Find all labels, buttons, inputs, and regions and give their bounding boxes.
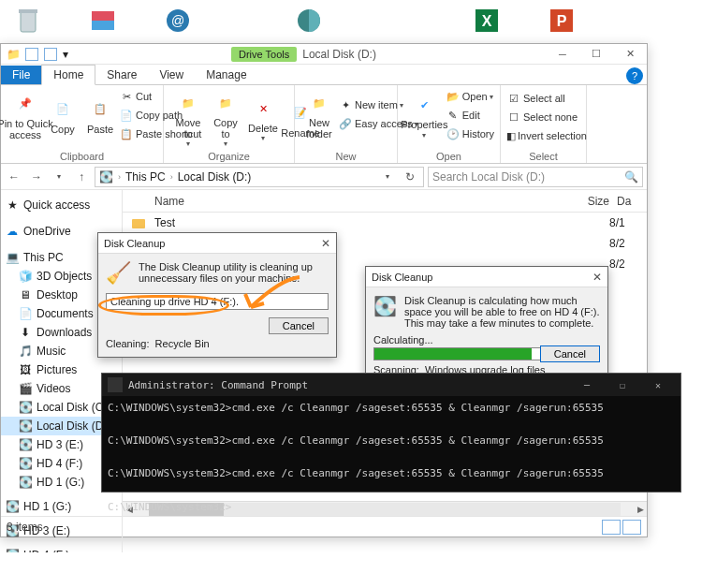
dialog-title: Disk Cleanup: [104, 238, 165, 249]
address-bar[interactable]: 💽 › This PC › Local Disk (D:) ▾ ↻: [95, 167, 424, 187]
col-date: Da: [609, 195, 647, 208]
file-tab[interactable]: File: [1, 66, 41, 84]
excel-icon[interactable]: X: [468, 4, 505, 37]
svg-rect-1: [19, 9, 37, 13]
drive-icon: 💽: [373, 295, 397, 329]
back-button[interactable]: ←: [5, 168, 23, 186]
quick-access-node[interactable]: ★Quick access: [1, 196, 122, 214]
view-tab[interactable]: View: [148, 66, 195, 84]
select-none-button[interactable]: ☐Select none: [506, 108, 580, 126]
status-bar: 3 items: [1, 516, 647, 537]
address-dropdown[interactable]: ▾: [378, 168, 397, 186]
item-count: 3 items: [7, 521, 43, 534]
chevron-right-icon: ›: [168, 172, 176, 182]
close-button[interactable]: ✕: [592, 271, 602, 284]
svg-rect-3: [92, 21, 114, 30]
close-button[interactable]: ✕: [613, 44, 647, 65]
copy-button[interactable]: 📄Copy: [44, 87, 81, 143]
recent-button[interactable]: ▾: [50, 168, 68, 186]
maximize-button[interactable]: ☐: [579, 44, 613, 65]
file-row[interactable]: Test8/1: [123, 213, 647, 233]
dialog-message: The Disk Cleanup utility is cleaning up …: [139, 261, 329, 286]
powerpoint-icon[interactable]: P: [543, 4, 580, 37]
breadcrumb-thispc[interactable]: This PC: [125, 170, 166, 184]
qat-btn[interactable]: [44, 48, 57, 61]
group-label: New: [295, 151, 397, 162]
calculating-label: Calculating...: [373, 334, 600, 345]
group-label: Organize: [164, 151, 294, 162]
window-title: Local Disk (D:): [302, 48, 376, 61]
svg-text:X: X: [482, 13, 492, 29]
refresh-button[interactable]: ↻: [401, 168, 419, 186]
drive-icon: 💽: [99, 170, 113, 184]
ribbon: 📌Pin to Quick access 📄Copy 📋Paste ✂Cut 📄…: [1, 85, 647, 164]
column-headers[interactable]: Name Size Da: [123, 190, 647, 213]
close-button[interactable]: ✕: [321, 237, 330, 250]
progress-text: Cleaning up drive HD 4 (F:).: [106, 293, 329, 310]
cmd-output[interactable]: C:\WINDOWS\system32>cmd.exe /c Cleanmgr …: [102, 396, 680, 519]
paste-button[interactable]: 📋Paste: [81, 87, 119, 143]
search-input[interactable]: Search Local Disk (D:) 🔍: [428, 167, 643, 187]
qat-btn[interactable]: [25, 48, 38, 61]
app-icon-3[interactable]: [290, 4, 328, 37]
desktop-icons: @ X P: [0, 4, 580, 37]
share-tab[interactable]: Share: [95, 66, 148, 84]
cancel-button[interactable]: Cancel: [269, 317, 329, 334]
app-icon-1[interactable]: [84, 4, 122, 37]
select-all-button[interactable]: ☑Select all: [506, 89, 580, 108]
cmd-titlebar: Administrator: Command Prompt ─ ☐ ✕: [102, 374, 680, 396]
manage-tab[interactable]: Manage: [195, 66, 257, 84]
qat-overflow[interactable]: ▾: [63, 48, 76, 61]
app-icon-2[interactable]: @: [159, 4, 197, 37]
up-button[interactable]: ↑: [72, 168, 91, 186]
close-button[interactable]: ✕: [641, 375, 675, 395]
home-tab[interactable]: Home: [41, 65, 95, 85]
invert-selection-button[interactable]: ◧Invert selection: [506, 126, 580, 145]
col-name: Name: [154, 195, 563, 208]
cleaning-label: Cleaning:: [106, 338, 149, 349]
quick-access-toolbar: 📁 ▾: [1, 48, 81, 61]
group-label: Open: [398, 151, 500, 162]
svg-rect-0: [21, 11, 36, 32]
broom-icon: 🧹: [106, 261, 131, 286]
cmd-title: Administrator: Command Prompt: [128, 379, 308, 391]
dialog-title: Disk Cleanup: [372, 272, 432, 283]
forward-button[interactable]: →: [27, 168, 46, 186]
copy-to-button[interactable]: 📁Copy to▾: [207, 87, 244, 150]
svg-text:@: @: [171, 13, 184, 28]
view-details-button[interactable]: [602, 520, 621, 535]
history-button[interactable]: 🕑History: [446, 125, 494, 143]
svg-text:P: P: [557, 13, 567, 29]
ribbon-tabs: File Home Share View Manage ?: [1, 65, 647, 85]
drive-tools-tab[interactable]: Drive Tools: [231, 47, 297, 62]
svg-rect-11: [132, 219, 145, 228]
search-icon: 🔍: [624, 170, 638, 184]
properties-button[interactable]: ✔Properties▾: [403, 87, 446, 143]
recycle-bin-icon[interactable]: [9, 4, 47, 37]
cmd-icon: [108, 377, 123, 392]
minimize-button[interactable]: ─: [570, 375, 604, 395]
delete-button[interactable]: ✕Delete▾: [244, 87, 282, 150]
breadcrumb-drive[interactable]: Local Disk (D:): [178, 170, 252, 184]
tree-item[interactable]: 💽HD 4 (F:): [1, 546, 122, 552]
chevron-right-icon: ›: [115, 172, 124, 182]
address-bar-row: ← → ▾ ↑ 💽 › This PC › Local Disk (D:) ▾ …: [1, 164, 647, 190]
explorer-titlebar: 📁 ▾ Drive Tools Local Disk (D:) ─ ☐ ✕: [1, 44, 647, 65]
cleaning-value: Recycle Bin: [155, 338, 210, 349]
move-to-button[interactable]: 📁Move to▾: [169, 87, 207, 150]
cancel-button[interactable]: Cancel: [540, 345, 600, 362]
group-label: Select: [501, 151, 586, 162]
edit-button[interactable]: ✎Edit: [446, 106, 494, 125]
col-size: Size: [563, 195, 609, 208]
pin-button[interactable]: 📌Pin to Quick access: [7, 87, 44, 143]
new-folder-button[interactable]: 📁New folder: [300, 87, 338, 141]
dialog-message: Disk Cleanup is calculating how much spa…: [404, 295, 600, 329]
open-button[interactable]: 📂Open▾: [446, 87, 494, 106]
view-icons-button[interactable]: [622, 520, 641, 535]
disk-cleanup-calc-dialog: Disk Cleanup✕ 💽 Disk Cleanup is calculat…: [365, 266, 608, 384]
group-label: Clipboard: [1, 151, 163, 162]
folder-icon: 📁: [7, 48, 20, 61]
minimize-button[interactable]: ─: [546, 44, 579, 65]
maximize-button[interactable]: ☐: [606, 375, 639, 395]
help-button[interactable]: ?: [626, 67, 643, 84]
